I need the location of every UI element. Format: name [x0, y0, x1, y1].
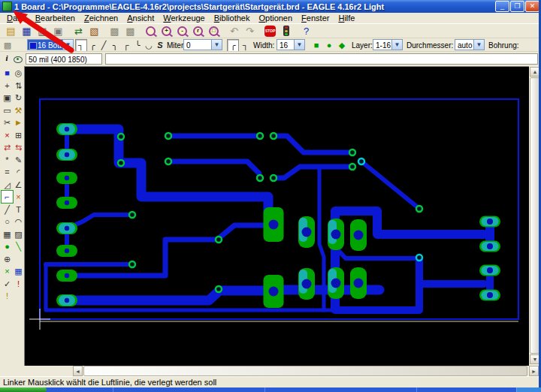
tool-miter-button[interactable]: ◜	[12, 165, 25, 179]
drill-hole	[302, 279, 312, 289]
bend-style-4[interactable]: ┌	[120, 39, 132, 52]
diameter-select[interactable]: auto ▼	[455, 39, 485, 50]
bend-style-6[interactable]: ◡	[143, 39, 155, 52]
bend-style-3[interactable]: ╮	[109, 39, 121, 52]
info-button[interactable]: i	[2, 53, 12, 65]
undo-icon: ↶	[230, 26, 238, 37]
save-button[interactable]: ▦	[19, 24, 35, 38]
via	[416, 255, 422, 261]
zoom-in-button[interactable]: +	[159, 24, 174, 38]
drill-hole	[269, 287, 279, 297]
drill-hole	[487, 243, 493, 249]
tool-ripup-button[interactable]: ×	[12, 190, 25, 204]
copper-trace	[67, 225, 264, 276]
board-canvas[interactable]	[24, 66, 529, 366]
scroll-right-icon[interactable]: ►	[529, 366, 539, 376]
start-button[interactable]	[0, 387, 47, 392]
menu-optionen[interactable]: Optionen	[254, 14, 297, 23]
chevron-down-icon: ▼	[211, 40, 222, 50]
zoom-fit-button[interactable]	[143, 24, 159, 38]
help-button[interactable]: ?	[298, 24, 314, 38]
tool-warning-button[interactable]: !	[1, 289, 14, 303]
via-shape-2[interactable]: ◆	[336, 39, 348, 52]
restore-button[interactable]: ❐	[510, 1, 524, 12]
zoom-out-button[interactable]: -	[174, 24, 190, 38]
name-icon: ✎	[15, 155, 22, 165]
bend-style-5[interactable]: ╰	[131, 39, 144, 52]
library-button[interactable]: ▧	[86, 24, 102, 38]
tool-paste-button[interactable]: ►	[12, 116, 25, 129]
zoom-in-icon: +	[162, 26, 171, 36]
errors-icon: !	[17, 279, 20, 288]
menu-bibliothek[interactable]: Bibliothek	[210, 14, 255, 23]
bend-style-0[interactable]: ┐	[75, 39, 87, 52]
taskbar	[0, 387, 541, 392]
via	[270, 175, 277, 181]
tool-mark-button[interactable]: ◎	[12, 66, 25, 80]
undo-button[interactable]: ↶	[226, 24, 242, 38]
use-button[interactable]: ▩	[107, 24, 122, 38]
minimize-button[interactable]: _	[495, 1, 509, 12]
tool-signal-button[interactable]: ╲	[12, 240, 25, 253]
miter-style-0[interactable]: ╭	[227, 39, 239, 52]
miter-icon: ◜	[17, 167, 20, 177]
drill-hole	[302, 228, 312, 237]
rect-icon: ▦	[3, 230, 11, 240]
hscroll-thumb[interactable]	[83, 366, 527, 376]
layer-select[interactable]: 16 Bottom ▼	[27, 39, 74, 50]
tool-errors-button[interactable]: !	[12, 277, 25, 291]
menu-hilfe[interactable]: Hilfe	[334, 14, 359, 23]
menu-ansicht[interactable]: Ansicht	[122, 14, 159, 23]
miter-value: 0	[186, 41, 211, 50]
via-shape-1[interactable]: ●	[323, 39, 335, 52]
open-button[interactable]: ▤	[3, 24, 19, 38]
miter-select[interactable]: 0 ▼	[183, 39, 222, 50]
menu-werkzeuge[interactable]: Werkzeuge	[159, 14, 209, 23]
rotate-icon: ↻	[15, 93, 22, 103]
horizontal-scrollbar[interactable]: ◄ ►	[73, 366, 539, 376]
bend-style-1[interactable]: ╭	[86, 39, 98, 52]
via-shape-0[interactable]: ■	[310, 39, 322, 52]
bend-style-7[interactable]: S	[154, 39, 166, 52]
tool-arc-button[interactable]: ◠	[12, 215, 25, 228]
miter-style-1[interactable]: ┐	[240, 39, 252, 52]
grid-button[interactable]: ▩	[2, 39, 14, 52]
scroll-left-icon[interactable]: ◄	[73, 366, 83, 376]
menu-datei[interactable]: Datei	[2, 14, 31, 23]
menu-fenster[interactable]: Fenster	[297, 14, 334, 23]
zoom-redraw-button[interactable]: r	[190, 24, 206, 38]
board-schematic-button[interactable]: ⇄	[71, 24, 86, 38]
text-icon: T	[16, 205, 21, 214]
show-eye-button[interactable]	[13, 53, 23, 65]
zoom-select-icon: □	[209, 26, 219, 36]
copper-trace	[336, 258, 419, 310]
drill-hole	[65, 176, 69, 180]
print-icon: ▥	[38, 26, 47, 37]
width-select[interactable]: 16 ▼	[277, 39, 305, 50]
tool-rotate-button[interactable]: ↻	[12, 91, 25, 104]
bend-style-2[interactable]: ╱	[98, 39, 110, 52]
tool-gateswap-button[interactable]: ⇆	[12, 140, 25, 154]
drill-hole	[65, 249, 69, 253]
via-layer-select[interactable]: 1-16 ▼	[373, 39, 403, 50]
via	[257, 175, 263, 181]
go-button[interactable]	[278, 24, 294, 38]
menu-bearbeiten[interactable]: Bearbeiten	[31, 14, 80, 23]
script-button[interactable]: ▩	[122, 24, 138, 38]
chevron-down-icon: ▼	[62, 40, 73, 50]
cam-button[interactable]: ▣	[50, 24, 66, 38]
add-icon: ⊞	[15, 131, 22, 140]
drill-hole	[65, 273, 69, 278]
stop-button[interactable]: STOP	[262, 24, 278, 38]
polygon-icon: ▨	[14, 230, 22, 240]
help-icon: ?	[304, 26, 309, 37]
cam-icon: ▣	[53, 26, 62, 37]
app-icon	[2, 2, 12, 11]
command-input[interactable]	[105, 53, 538, 65]
close-button[interactable]: ✕	[525, 1, 539, 12]
tool-auto-button[interactable]: ▦	[12, 264, 25, 278]
zoom-select-button[interactable]: □	[206, 24, 222, 38]
menu-zeichnen[interactable]: Zeichnen	[80, 14, 122, 23]
redo-button[interactable]: ↷	[242, 24, 258, 38]
print-button[interactable]: ▥	[35, 24, 50, 38]
